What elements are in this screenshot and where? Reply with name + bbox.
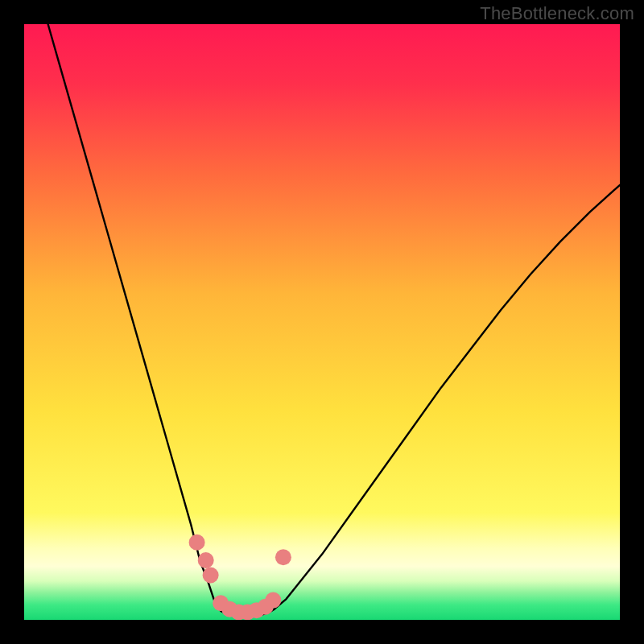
marker-valley-dots-0 (189, 535, 205, 551)
marker-valley-dots-9 (265, 592, 281, 609)
marker-valley-dots-2 (203, 568, 219, 584)
chart-frame: TheBottleneck.com (0, 0, 644, 644)
series-left-curve (48, 24, 221, 611)
series-right-curve (275, 185, 620, 609)
watermark-text: TheBottleneck.com (480, 3, 634, 24)
marker-valley-dots-10 (275, 549, 291, 565)
marker-valley-dots-1 (198, 552, 214, 568)
plot-area (24, 24, 620, 620)
plot-curves (24, 24, 620, 620)
